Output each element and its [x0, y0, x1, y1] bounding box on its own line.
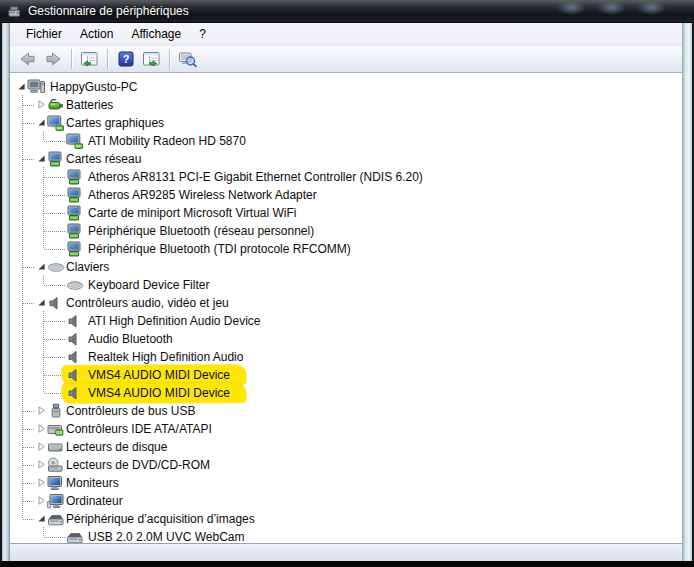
expander-collapsed-icon[interactable]	[37, 496, 46, 505]
network-adapter-icon	[47, 151, 65, 167]
tree-item-label: Claviers	[66, 258, 109, 276]
tree-item-label: Atheros AR8131 PCI-E Gigabit Ethernet Co…	[88, 168, 423, 186]
computer-root-icon	[27, 79, 45, 95]
tree-item-label: Moniteurs	[66, 474, 119, 492]
tree-item-label: Périphérique Bluetooth (réseau personnel…	[88, 222, 314, 240]
title-bar: Gestionnaire de périphériques	[0, 0, 694, 23]
expander-expanded-icon[interactable]	[37, 262, 46, 271]
tree-item-label: Lecteurs de disque	[66, 438, 167, 456]
tree-item[interactable]: HappyGusto-PC	[10, 78, 682, 96]
tree-item[interactable]: Lecteurs de disque	[10, 438, 682, 456]
menu-item-affichage[interactable]: Affichage	[122, 25, 190, 44]
toolbar-separator	[71, 49, 72, 69]
speaker-icon	[66, 385, 84, 401]
network-adapter-icon	[66, 223, 84, 239]
window-border-left	[0, 23, 10, 561]
minimize-button[interactable]	[557, 2, 586, 15]
tree-item-label: ATI High Definition Audio Device	[88, 312, 261, 330]
show-action-pane-button[interactable]	[139, 48, 164, 70]
back-arrow-icon	[18, 50, 37, 68]
expander-collapsed-icon[interactable]	[37, 460, 46, 469]
tree-item[interactable]: Contrôleurs IDE ATA/ATAPI	[10, 420, 682, 438]
keyboard-icon	[47, 259, 65, 275]
tree-item[interactable]: Realtek High Definition Audio	[10, 348, 682, 366]
expander-expanded-icon[interactable]	[17, 82, 26, 91]
tree-item[interactable]: VMS4 AUDIO MIDI Device	[10, 366, 682, 384]
network-adapter-icon	[66, 187, 84, 203]
window-border-right	[682, 23, 694, 561]
device-manager-icon	[7, 4, 22, 19]
tree-item[interactable]: Périphérique d’acquisition d’images	[10, 510, 682, 528]
show-console-tree-button[interactable]	[77, 48, 102, 70]
expander-collapsed-icon[interactable]	[37, 406, 46, 415]
tree-item-label: Keyboard Device Filter	[88, 276, 209, 294]
tree-item[interactable]: Contrôleurs audio, vidéo et jeu	[10, 294, 682, 312]
tree-item[interactable]: Atheros AR9285 Wireless Network Adapter	[10, 186, 682, 204]
tree-item[interactable]: Périphérique Bluetooth (réseau personnel…	[10, 222, 682, 240]
help-button[interactable]: ?	[113, 48, 138, 70]
tree-item-label: Contrôleurs IDE ATA/ATAPI	[66, 420, 212, 438]
menu-item-action[interactable]: Action	[71, 25, 122, 44]
tree-item[interactable]: Périphérique Bluetooth (TDI protocole RF…	[10, 240, 682, 258]
disk-drive-icon	[47, 439, 65, 455]
expander-expanded-icon[interactable]	[37, 118, 46, 127]
tree-item-label: VMS4 AUDIO MIDI Device	[88, 366, 230, 384]
toolbar-separator	[107, 49, 108, 69]
toolbar: ?	[10, 46, 682, 73]
maximize-button[interactable]	[597, 2, 626, 15]
menu-item-fichier[interactable]: Fichier	[17, 25, 71, 44]
tree-item[interactable]: Cartes réseau	[10, 150, 682, 168]
forward-arrow-button[interactable]	[41, 48, 66, 70]
tree-item[interactable]: Claviers	[10, 258, 682, 276]
expander-collapsed-icon[interactable]	[37, 478, 46, 487]
expander-collapsed-icon[interactable]	[37, 424, 46, 433]
tree-item[interactable]: VMS4 AUDIO MIDI Device	[10, 384, 682, 402]
network-adapter-icon	[66, 205, 84, 221]
tree-item-label: Contrôleurs audio, vidéo et jeu	[66, 294, 229, 312]
svg-text:?: ?	[122, 53, 129, 65]
expander-collapsed-icon[interactable]	[37, 100, 46, 109]
expander-expanded-icon[interactable]	[37, 514, 46, 523]
network-adapter-icon	[66, 241, 84, 257]
expander-expanded-icon[interactable]	[37, 298, 46, 307]
tree-item-label: Contrôleurs de bus USB	[66, 402, 195, 420]
battery-icon	[47, 97, 65, 113]
tree-item[interactable]: Carte de miniport Microsoft Virtual WiFi	[10, 204, 682, 222]
tree-item[interactable]: Moniteurs	[10, 474, 682, 492]
tree-item[interactable]: Keyboard Device Filter	[10, 276, 682, 294]
ide-controller-icon	[47, 421, 65, 437]
imaging-device-icon	[47, 511, 65, 527]
tree-item[interactable]: Atheros AR8131 PCI-E Gigabit Ethernet Co…	[10, 168, 682, 186]
close-button[interactable]	[637, 2, 666, 15]
menu-item-help[interactable]: ?	[190, 25, 215, 44]
tree-item[interactable]: Ordinateur	[10, 492, 682, 510]
desktop-background	[0, 561, 694, 567]
help-icon: ?	[117, 50, 135, 68]
expander-expanded-icon[interactable]	[37, 154, 46, 163]
tree-item[interactable]: Lecteurs de DVD/CD-ROM	[10, 456, 682, 474]
tree-item-label: HappyGusto-PC	[50, 78, 137, 96]
tree-item-label: Audio Bluetooth	[88, 330, 173, 348]
window-title: Gestionnaire de périphériques	[28, 4, 189, 18]
expander-collapsed-icon[interactable]	[37, 442, 46, 451]
tree-item[interactable]: Audio Bluetooth	[10, 330, 682, 348]
usb-icon	[47, 403, 65, 419]
tree-item[interactable]: Batteries	[10, 96, 682, 114]
tree-item[interactable]: USB 2.0 2.0M UVC WebCam	[10, 528, 682, 543]
tree-item[interactable]: ATI Mobility Radeon HD 5870	[10, 132, 682, 150]
tree-item[interactable]: Contrôleurs de bus USB	[10, 402, 682, 420]
imaging-device-icon	[66, 529, 84, 543]
computer-monitor-icon	[47, 493, 65, 509]
caption-buttons	[557, 2, 666, 15]
tree-item[interactable]: Cartes graphiques	[10, 114, 682, 132]
tree-item[interactable]: ATI High Definition Audio Device	[10, 312, 682, 330]
back-arrow-button[interactable]	[15, 48, 40, 70]
speaker-icon	[66, 367, 84, 383]
speaker-icon	[66, 331, 84, 347]
scan-hardware-changes-button[interactable]	[175, 48, 200, 70]
device-tree: HappyGusto-PCBatteriesCartes graphiquesA…	[10, 73, 682, 543]
keyboard-icon	[66, 277, 84, 293]
speaker-icon	[47, 295, 65, 311]
tree-item-label: Lecteurs de DVD/CD-ROM	[66, 456, 210, 474]
menu-bar: FichierActionAffichage?	[10, 23, 682, 46]
